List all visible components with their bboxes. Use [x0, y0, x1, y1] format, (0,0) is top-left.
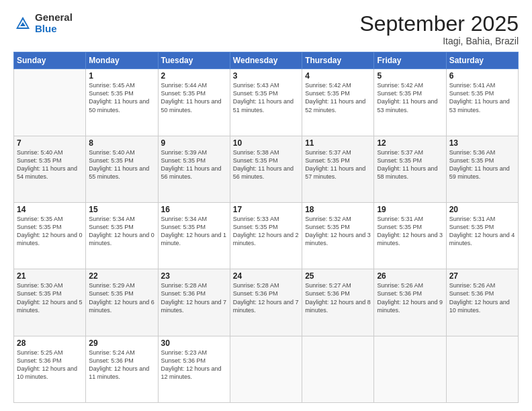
day-info: Sunrise: 5:45 AM Sunset: 5:35 PM Dayligh… — [89, 81, 154, 114]
table-cell: 3Sunrise: 5:43 AM Sunset: 5:35 PM Daylig… — [230, 69, 302, 136]
day-number: 17 — [233, 205, 299, 214]
day-number: 23 — [161, 271, 227, 281]
logo: General Blue — [13, 12, 73, 34]
table-cell — [230, 336, 302, 402]
day-info: Sunrise: 5:43 AM Sunset: 5:35 PM Dayligh… — [233, 81, 299, 114]
day-number: 13 — [449, 138, 515, 148]
location: Itagi, Bahia, Brazil — [359, 36, 519, 46]
table-cell: 15Sunrise: 5:34 AM Sunset: 5:35 PM Dayli… — [86, 202, 158, 269]
table-cell: 20Sunrise: 5:31 AM Sunset: 5:35 PM Dayli… — [446, 202, 518, 269]
day-number: 25 — [305, 271, 371, 281]
day-info: Sunrise: 5:35 AM Sunset: 5:35 PM Dayligh… — [17, 215, 83, 248]
table-cell — [446, 336, 518, 402]
day-number: 3 — [233, 71, 299, 81]
day-number: 18 — [305, 205, 371, 214]
col-tuesday: Tuesday — [158, 52, 230, 69]
col-friday: Friday — [374, 52, 446, 69]
col-sunday: Sunday — [14, 52, 86, 69]
table-cell: 13Sunrise: 5:36 AM Sunset: 5:35 PM Dayli… — [446, 136, 518, 202]
day-info: Sunrise: 5:31 AM Sunset: 5:35 PM Dayligh… — [377, 215, 443, 248]
day-info: Sunrise: 5:25 AM Sunset: 5:36 PM Dayligh… — [17, 349, 83, 381]
day-number: 5 — [377, 71, 443, 81]
calendar-week-row: 14Sunrise: 5:35 AM Sunset: 5:35 PM Dayli… — [14, 202, 519, 269]
table-cell: 6Sunrise: 5:41 AM Sunset: 5:35 PM Daylig… — [446, 69, 518, 136]
day-info: Sunrise: 5:42 AM Sunset: 5:35 PM Dayligh… — [305, 81, 371, 114]
day-number: 6 — [449, 71, 515, 81]
day-number: 24 — [233, 271, 299, 281]
day-info: Sunrise: 5:42 AM Sunset: 5:35 PM Dayligh… — [377, 81, 443, 114]
day-number: 11 — [305, 138, 371, 148]
day-info: Sunrise: 5:29 AM Sunset: 5:35 PM Dayligh… — [89, 281, 154, 314]
day-info: Sunrise: 5:37 AM Sunset: 5:35 PM Dayligh… — [377, 148, 443, 181]
table-cell: 14Sunrise: 5:35 AM Sunset: 5:35 PM Dayli… — [14, 202, 86, 269]
day-number: 15 — [89, 205, 154, 214]
day-number: 4 — [305, 71, 371, 81]
day-number: 28 — [17, 338, 83, 348]
col-saturday: Saturday — [446, 52, 518, 69]
calendar-week-row: 7Sunrise: 5:40 AM Sunset: 5:35 PM Daylig… — [14, 136, 519, 202]
table-cell: 22Sunrise: 5:29 AM Sunset: 5:35 PM Dayli… — [86, 269, 158, 336]
logo-general-text: General — [35, 12, 73, 24]
logo-text: General Blue — [35, 12, 73, 34]
day-info: Sunrise: 5:32 AM Sunset: 5:35 PM Dayligh… — [305, 215, 371, 248]
day-number: 16 — [161, 205, 227, 214]
day-number: 30 — [161, 338, 227, 348]
calendar-header-row: Sunday Monday Tuesday Wednesday Thursday… — [14, 52, 519, 69]
day-info: Sunrise: 5:40 AM Sunset: 5:35 PM Dayligh… — [89, 148, 154, 181]
table-cell: 7Sunrise: 5:40 AM Sunset: 5:35 PM Daylig… — [14, 136, 86, 202]
day-number: 10 — [233, 138, 299, 148]
day-number: 7 — [17, 138, 83, 148]
logo-blue-text: Blue — [35, 24, 73, 35]
table-cell: 5Sunrise: 5:42 AM Sunset: 5:35 PM Daylig… — [374, 69, 446, 136]
day-info: Sunrise: 5:38 AM Sunset: 5:35 PM Dayligh… — [233, 148, 299, 181]
day-number: 12 — [377, 138, 443, 148]
table-cell: 23Sunrise: 5:28 AM Sunset: 5:36 PM Dayli… — [158, 269, 230, 336]
day-number: 21 — [17, 271, 83, 281]
day-info: Sunrise: 5:36 AM Sunset: 5:35 PM Dayligh… — [449, 148, 515, 181]
day-info: Sunrise: 5:44 AM Sunset: 5:35 PM Dayligh… — [161, 81, 227, 114]
day-number: 2 — [161, 71, 227, 81]
table-cell: 8Sunrise: 5:40 AM Sunset: 5:35 PM Daylig… — [86, 136, 158, 202]
month-title: September 2025 — [359, 12, 519, 36]
table-cell: 16Sunrise: 5:34 AM Sunset: 5:35 PM Dayli… — [158, 202, 230, 269]
table-cell: 10Sunrise: 5:38 AM Sunset: 5:35 PM Dayli… — [230, 136, 302, 202]
day-info: Sunrise: 5:39 AM Sunset: 5:35 PM Dayligh… — [161, 148, 227, 181]
day-info: Sunrise: 5:41 AM Sunset: 5:35 PM Dayligh… — [449, 81, 515, 114]
calendar-week-row: 21Sunrise: 5:30 AM Sunset: 5:35 PM Dayli… — [14, 269, 519, 336]
day-info: Sunrise: 5:23 AM Sunset: 5:36 PM Dayligh… — [161, 349, 227, 381]
day-info: Sunrise: 5:30 AM Sunset: 5:35 PM Dayligh… — [17, 281, 83, 314]
table-cell: 24Sunrise: 5:28 AM Sunset: 5:36 PM Dayli… — [230, 269, 302, 336]
day-info: Sunrise: 5:34 AM Sunset: 5:35 PM Dayligh… — [89, 215, 154, 248]
table-cell: 19Sunrise: 5:31 AM Sunset: 5:35 PM Dayli… — [374, 202, 446, 269]
table-cell: 27Sunrise: 5:26 AM Sunset: 5:36 PM Dayli… — [446, 269, 518, 336]
day-info: Sunrise: 5:24 AM Sunset: 5:36 PM Dayligh… — [89, 349, 154, 381]
table-cell: 17Sunrise: 5:33 AM Sunset: 5:35 PM Dayli… — [230, 202, 302, 269]
table-cell: 30Sunrise: 5:23 AM Sunset: 5:36 PM Dayli… — [158, 336, 230, 402]
table-cell: 26Sunrise: 5:26 AM Sunset: 5:36 PM Dayli… — [374, 269, 446, 336]
day-info: Sunrise: 5:33 AM Sunset: 5:35 PM Dayligh… — [233, 215, 299, 248]
day-info: Sunrise: 5:28 AM Sunset: 5:36 PM Dayligh… — [233, 281, 299, 314]
day-number: 27 — [449, 271, 515, 281]
page: General Blue September 2025 Itagi, Bahia… — [0, 0, 532, 411]
day-info: Sunrise: 5:40 AM Sunset: 5:35 PM Dayligh… — [17, 148, 83, 181]
table-cell: 1Sunrise: 5:45 AM Sunset: 5:35 PM Daylig… — [86, 69, 158, 136]
day-info: Sunrise: 5:26 AM Sunset: 5:36 PM Dayligh… — [377, 281, 443, 314]
table-cell: 29Sunrise: 5:24 AM Sunset: 5:36 PM Dayli… — [86, 336, 158, 402]
day-number: 1 — [89, 71, 154, 81]
table-cell — [374, 336, 446, 402]
day-number: 8 — [89, 138, 154, 148]
day-number: 14 — [17, 205, 83, 214]
day-info: Sunrise: 5:34 AM Sunset: 5:35 PM Dayligh… — [161, 215, 227, 248]
calendar-week-row: 28Sunrise: 5:25 AM Sunset: 5:36 PM Dayli… — [14, 336, 519, 402]
day-info: Sunrise: 5:26 AM Sunset: 5:36 PM Dayligh… — [449, 281, 515, 314]
day-info: Sunrise: 5:28 AM Sunset: 5:36 PM Dayligh… — [161, 281, 227, 314]
day-number: 19 — [377, 205, 443, 214]
table-cell: 4Sunrise: 5:42 AM Sunset: 5:35 PM Daylig… — [302, 69, 374, 136]
day-number: 20 — [449, 205, 515, 214]
table-cell: 28Sunrise: 5:25 AM Sunset: 5:36 PM Dayli… — [14, 336, 86, 402]
day-info: Sunrise: 5:37 AM Sunset: 5:35 PM Dayligh… — [305, 148, 371, 181]
col-thursday: Thursday — [302, 52, 374, 69]
day-number: 22 — [89, 271, 154, 281]
logo-icon — [13, 14, 32, 33]
table-cell: 2Sunrise: 5:44 AM Sunset: 5:35 PM Daylig… — [158, 69, 230, 136]
